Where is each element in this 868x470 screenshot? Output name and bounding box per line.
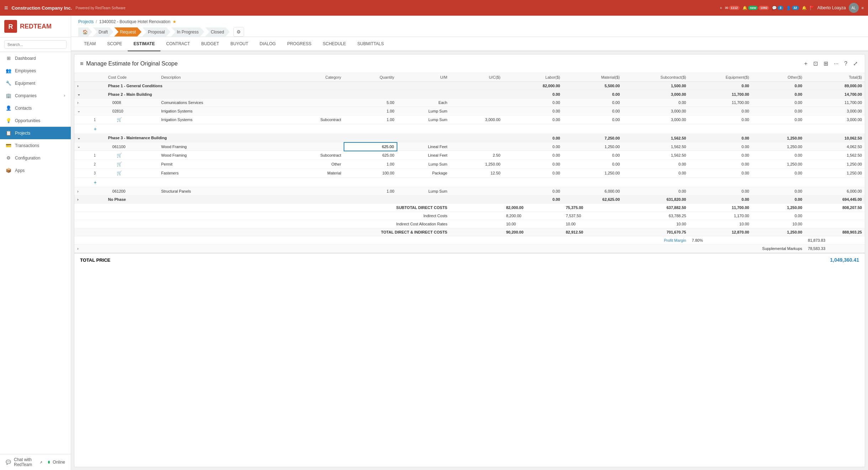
add-wf-plus[interactable]: + bbox=[91, 178, 865, 187]
project-star-icon[interactable]: ★ bbox=[173, 19, 176, 24]
quantity-input[interactable] bbox=[347, 145, 394, 149]
nophase-expand[interactable]: › bbox=[74, 195, 91, 204]
tab-progress[interactable]: PROGRESS bbox=[281, 37, 317, 51]
item-0008-expand[interactable]: › bbox=[74, 99, 91, 107]
estimate-menu-icon[interactable]: ≡ bbox=[80, 61, 83, 67]
item-061100-code[interactable]: 061100 bbox=[105, 142, 158, 151]
flag-button[interactable]: 🚩 bbox=[810, 6, 815, 10]
sidebar-item-dashboard[interactable]: ⊞ Dashboard bbox=[0, 52, 71, 64]
phase3-expand[interactable]: ⌄ bbox=[74, 134, 91, 142]
help-button[interactable]: ? bbox=[843, 59, 849, 68]
item-061200-code[interactable]: 061200 bbox=[105, 187, 158, 195]
chat-with-redteam[interactable]: 💬 Chat with RedTeam ↗ Online bbox=[0, 454, 71, 470]
subitem-wf1-description[interactable]: Wood Framing bbox=[158, 151, 278, 160]
subitem-fasteners-description[interactable]: Fasteners bbox=[158, 169, 278, 178]
item-061100-description[interactable]: Wood Framing bbox=[158, 142, 278, 151]
sidebar-item-configuration[interactable]: ⚙ Configuration bbox=[0, 152, 71, 164]
profit-margin-link[interactable]: Profit Margin bbox=[664, 238, 686, 242]
item-0008-description[interactable]: Comunications Services bbox=[158, 99, 278, 107]
tab-estimate[interactable]: ESTIMATE bbox=[128, 37, 160, 51]
sidebar-item-employees[interactable]: 👥 Employees bbox=[0, 64, 71, 77]
sidebar-item-apps[interactable]: 📦 Apps bbox=[0, 164, 71, 177]
tab-schedule[interactable]: SCHEDULE bbox=[317, 37, 351, 51]
sidebar-item-companies[interactable]: 🏢 Companies › bbox=[0, 89, 71, 102]
sidebar-item-projects[interactable]: 📋 Projects bbox=[0, 127, 71, 139]
phase1-expand[interactable]: › bbox=[74, 82, 91, 90]
item-0008-code[interactable]: 0008 bbox=[105, 99, 158, 107]
breadcrumb-projects-link[interactable]: Projects bbox=[78, 19, 94, 24]
phase3-uc bbox=[450, 134, 503, 142]
phase2-expand[interactable]: ⌄ bbox=[74, 90, 91, 99]
companies-expand-icon: › bbox=[64, 94, 65, 98]
subtotal-label: SUBTOTAL DIRECT COSTS bbox=[74, 204, 450, 212]
hamburger-icon[interactable]: ≡ bbox=[4, 4, 8, 12]
allocation-labor: 10.00 bbox=[503, 220, 563, 228]
sidebar-item-contacts[interactable]: 👤 Contacts bbox=[0, 102, 71, 114]
add-button[interactable]: + bbox=[720, 6, 722, 10]
item-061200-expand[interactable]: › bbox=[74, 187, 91, 195]
notifications-button[interactable]: 🔔 new 1092 bbox=[742, 6, 769, 10]
tab-submittals[interactable]: SUBMITTALS bbox=[352, 37, 390, 51]
users-button[interactable]: 👤 32 bbox=[786, 6, 799, 10]
profit-blank bbox=[752, 236, 805, 245]
step-proposal[interactable]: Proposal bbox=[142, 27, 170, 37]
sidebar-item-equipment[interactable]: 🔧 Equipment bbox=[0, 77, 71, 89]
subitem-irrigation-description[interactable]: Irrigation Systems bbox=[158, 115, 278, 124]
display-button[interactable]: ⊡ bbox=[812, 59, 819, 68]
subitem-irrigation-category[interactable]: Subcontract bbox=[278, 115, 344, 124]
step-closed[interactable]: Closed bbox=[205, 27, 229, 37]
step-in-progress[interactable]: In Progress bbox=[171, 27, 204, 37]
indirect-subcontract: 63,788.25 bbox=[623, 212, 689, 220]
tab-budget[interactable]: BUDGET bbox=[196, 37, 225, 51]
user-avatar[interactable]: AL bbox=[849, 3, 859, 13]
step-settings-button[interactable]: ⚙ bbox=[233, 27, 244, 37]
more-options-button[interactable]: ≡ bbox=[862, 6, 864, 10]
item-061100-quantity[interactable] bbox=[344, 142, 397, 151]
sidebar-label-transactions: Transactions bbox=[15, 143, 39, 148]
users-icon: 👤 bbox=[786, 6, 791, 10]
sidebar-label-apps: Apps bbox=[15, 168, 25, 173]
phase1-num bbox=[91, 82, 105, 90]
item-061100-category bbox=[278, 142, 344, 151]
item-02810-description[interactable]: Irrigation Systems bbox=[158, 107, 278, 115]
more-actions-button[interactable]: ··· bbox=[832, 59, 840, 68]
item-061100-expand[interactable]: ⌄ bbox=[74, 142, 91, 151]
step-request[interactable]: Request bbox=[114, 27, 142, 37]
sidebar-item-opportunities[interactable]: 💡 Opportunities bbox=[0, 114, 71, 127]
subitem-irrigation-other: 0.00 bbox=[752, 115, 805, 124]
companies-icon: 🏢 bbox=[6, 93, 11, 98]
add-item-button[interactable]: + bbox=[803, 59, 809, 68]
indirect-other: 0.00 bbox=[752, 212, 805, 220]
search-input[interactable] bbox=[4, 40, 67, 49]
add-phase2-plus[interactable]: + bbox=[91, 124, 865, 134]
supplemental-expand[interactable]: › bbox=[74, 245, 91, 253]
indirect-material: 7,537.50 bbox=[563, 212, 623, 220]
step-home[interactable]: 🏠 bbox=[78, 27, 92, 37]
subitem-permit-category[interactable]: Other bbox=[278, 160, 344, 169]
subitem-wf1-category[interactable]: Subcontract bbox=[278, 151, 344, 160]
filter-button[interactable]: ⊞ bbox=[822, 59, 830, 68]
item-02810-expand[interactable]: ⌄ bbox=[74, 107, 91, 115]
subitem-permit-description[interactable]: Permit bbox=[158, 160, 278, 169]
total-price-bar: TOTAL PRICE 1,049,360.41 bbox=[74, 253, 865, 266]
tab-buyout[interactable]: BUYOUT bbox=[225, 37, 254, 51]
fullscreen-button[interactable]: ⤢ bbox=[852, 59, 859, 68]
item-061200-description[interactable]: Structural Panels bbox=[158, 187, 278, 195]
tab-contract[interactable]: CONTRACT bbox=[160, 37, 196, 51]
tab-dialog[interactable]: DIALOG bbox=[254, 37, 281, 51]
external-link-icon: ↗ bbox=[39, 460, 42, 464]
step-draft[interactable]: Draft bbox=[93, 27, 113, 37]
subitem-wf1-material: 0.00 bbox=[563, 151, 623, 160]
subitem-permit-col1 bbox=[74, 160, 91, 169]
tab-team[interactable]: TEAM bbox=[78, 37, 101, 51]
chat-button[interactable]: 💬 3 bbox=[772, 6, 783, 10]
subitem-irrigation-total: 3,000.00 bbox=[805, 115, 865, 124]
messages-button[interactable]: ✉ 1112 bbox=[725, 6, 740, 10]
item-02810-code[interactable]: 02810 bbox=[105, 107, 158, 115]
alert-button[interactable]: 🔔 bbox=[802, 6, 807, 10]
sidebar-item-transactions[interactable]: 💳 Transactions bbox=[0, 139, 71, 152]
subitem-fasteners-subcontract: 0.00 bbox=[623, 169, 689, 178]
tab-scope[interactable]: SCOPE bbox=[101, 37, 128, 51]
subitem-fasteners-category[interactable]: Material bbox=[278, 169, 344, 178]
item-061200-subcontract: 0.00 bbox=[623, 187, 689, 195]
